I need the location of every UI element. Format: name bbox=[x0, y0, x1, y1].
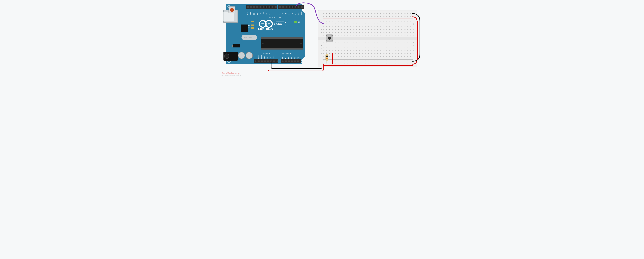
svg-text:19: 19 bbox=[377, 56, 378, 57]
svg-text:~9: ~9 bbox=[266, 13, 267, 15]
svg-point-305 bbox=[372, 24, 372, 24]
led-rx bbox=[251, 27, 254, 29]
svg-point-302 bbox=[368, 29, 369, 30]
svg-point-194 bbox=[368, 61, 369, 61]
svg-text:7: 7 bbox=[279, 14, 280, 15]
svg-point-607 bbox=[332, 35, 332, 36]
svg-point-285 bbox=[360, 24, 360, 24]
svg-point-383 bbox=[326, 50, 327, 51]
svg-point-146 bbox=[396, 13, 396, 14]
svg-point-454 bbox=[368, 53, 369, 54]
svg-point-491 bbox=[392, 45, 393, 45]
svg-point-358 bbox=[402, 32, 402, 33]
svg-text:16: 16 bbox=[368, 56, 370, 57]
svg-point-368 bbox=[408, 32, 408, 33]
svg-rect-80 bbox=[285, 60, 287, 62]
svg-text:c: c bbox=[321, 47, 322, 49]
svg-point-184 bbox=[354, 61, 354, 61]
svg-point-439 bbox=[360, 53, 360, 54]
svg-point-259 bbox=[342, 35, 342, 36]
svg-rect-22 bbox=[286, 6, 287, 8]
svg-text:i: i bbox=[321, 26, 321, 28]
svg-point-322 bbox=[380, 29, 382, 30]
svg-point-487 bbox=[390, 48, 390, 48]
svg-point-521 bbox=[410, 45, 412, 45]
svg-text:−: − bbox=[320, 13, 320, 15]
svg-rect-53 bbox=[261, 39, 303, 48]
svg-point-265 bbox=[348, 24, 348, 24]
svg-point-144 bbox=[392, 13, 393, 14]
svg-point-323 bbox=[380, 32, 382, 33]
svg-text:A1: A1 bbox=[285, 57, 286, 59]
reset-button[interactable] bbox=[228, 7, 235, 13]
svg-point-260 bbox=[344, 24, 345, 24]
svg-point-209 bbox=[390, 64, 390, 64]
svg-point-514 bbox=[404, 53, 405, 54]
arduino-uno-board: AREF GND 13 12 ~11 ~10 ~9 8 7 ~6 ~5 4 ~3… bbox=[224, 4, 305, 64]
svg-point-112 bbox=[344, 13, 345, 14]
svg-text:9: 9 bbox=[347, 22, 348, 22]
svg-point-136 bbox=[380, 13, 382, 14]
svg-point-312 bbox=[374, 29, 375, 30]
svg-rect-10 bbox=[250, 6, 252, 8]
svg-point-320 bbox=[380, 24, 382, 24]
svg-point-201 bbox=[378, 64, 378, 64]
svg-text:13: 13 bbox=[359, 56, 361, 57]
svg-point-196 bbox=[372, 61, 372, 61]
led-on-label: ON bbox=[298, 21, 300, 23]
svg-point-362 bbox=[404, 29, 405, 30]
svg-point-313 bbox=[374, 32, 375, 33]
svg-text:5: 5 bbox=[335, 56, 336, 57]
svg-rect-17 bbox=[272, 6, 274, 8]
svg-point-357 bbox=[402, 29, 402, 30]
svg-text:25: 25 bbox=[395, 56, 396, 57]
svg-point-516 bbox=[408, 45, 408, 45]
svg-text:15: 15 bbox=[365, 21, 366, 22]
svg-point-344 bbox=[392, 35, 393, 36]
svg-text:14: 14 bbox=[362, 21, 364, 22]
svg-point-270 bbox=[350, 24, 351, 24]
svg-point-187 bbox=[356, 64, 357, 64]
svg-text:h: h bbox=[414, 29, 414, 31]
svg-rect-24 bbox=[292, 6, 294, 8]
svg-point-156 bbox=[410, 13, 412, 14]
svg-point-183 bbox=[350, 64, 351, 64]
svg-point-501 bbox=[398, 45, 399, 45]
svg-text:9: 9 bbox=[347, 56, 348, 57]
svg-point-246 bbox=[336, 26, 336, 27]
svg-text:29: 29 bbox=[407, 21, 408, 22]
svg-point-122 bbox=[360, 13, 360, 14]
svg-point-372 bbox=[410, 29, 412, 30]
svg-rect-23 bbox=[288, 6, 290, 8]
svg-text:AREF: AREF bbox=[247, 11, 248, 15]
svg-rect-25 bbox=[298, 6, 300, 8]
svg-point-371 bbox=[410, 26, 412, 27]
svg-text:27: 27 bbox=[401, 21, 403, 22]
svg-point-348 bbox=[396, 32, 396, 33]
svg-point-490 bbox=[392, 42, 393, 43]
led-tx-label: TX bbox=[248, 25, 250, 26]
svg-point-456 bbox=[372, 45, 372, 45]
svg-point-197 bbox=[372, 64, 372, 64]
svg-text:25: 25 bbox=[395, 21, 396, 22]
svg-text:IOREF: IOREF bbox=[258, 55, 259, 59]
svg-point-299 bbox=[366, 35, 366, 36]
svg-point-453 bbox=[368, 50, 369, 51]
svg-point-387 bbox=[330, 48, 330, 48]
svg-point-518 bbox=[408, 50, 408, 51]
svg-rect-613 bbox=[326, 55, 328, 56]
svg-rect-9 bbox=[247, 6, 249, 8]
svg-point-329 bbox=[384, 35, 384, 36]
led-on bbox=[294, 21, 297, 23]
svg-text:~11: ~11 bbox=[260, 12, 261, 15]
svg-point-404 bbox=[338, 53, 339, 54]
svg-point-223 bbox=[410, 64, 412, 64]
svg-text:b: b bbox=[321, 50, 322, 52]
svg-point-287 bbox=[360, 29, 360, 30]
svg-point-471 bbox=[380, 45, 382, 45]
svg-point-377 bbox=[324, 48, 324, 48]
tact-switch[interactable] bbox=[326, 35, 333, 42]
svg-text:12: 12 bbox=[356, 21, 358, 22]
svg-rect-16 bbox=[269, 6, 270, 8]
svg-rect-66 bbox=[258, 60, 260, 62]
